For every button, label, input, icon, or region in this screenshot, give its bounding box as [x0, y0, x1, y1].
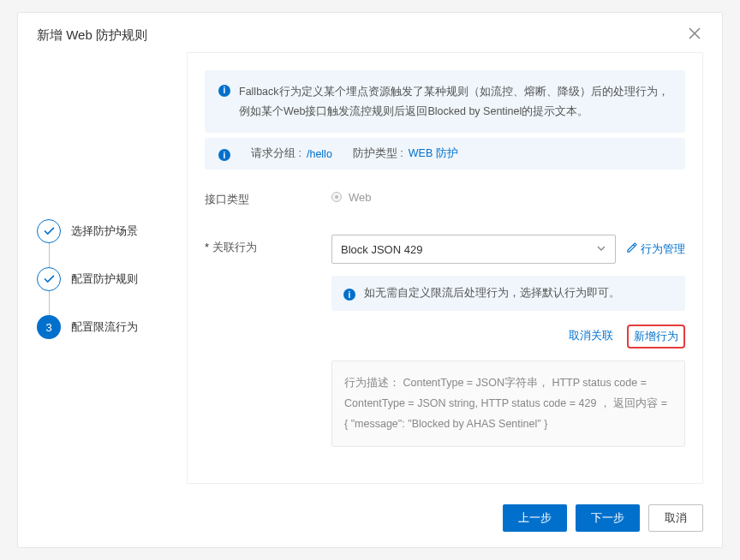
- tip-text: 如无需自定义限流后处理行为，选择默认行为即可。: [364, 286, 620, 301]
- pencil-icon: [626, 242, 637, 256]
- prev-button[interactable]: 上一步: [503, 504, 567, 532]
- steps-sidebar: 选择防护场景 配置防护规则 3 配置限流行为: [37, 52, 170, 484]
- step-label: 配置限流行为: [71, 319, 138, 335]
- close-icon: [689, 27, 701, 43]
- tip-box: i 如无需自定义限流后处理行为，选择默认行为即可。: [331, 276, 685, 311]
- next-button[interactable]: 下一步: [576, 504, 640, 532]
- step-3: 3 配置限流行为: [37, 315, 170, 339]
- content-panel: i Fallback行为定义某个埋点资源触发了某种规则（如流控、熔断、降级）后的…: [187, 52, 703, 484]
- step-1[interactable]: 选择防护场景: [37, 219, 170, 243]
- step-2[interactable]: 配置防护规则: [37, 267, 170, 291]
- behavior-selected-text: Block JSON 429: [341, 243, 422, 256]
- modal-dialog: 新增 Web 防护规则 选择防护场景 配置防护规则: [17, 12, 723, 548]
- chevron-down-icon: [596, 243, 606, 256]
- step-connector: [49, 291, 50, 315]
- behavior-label: 关联行为: [205, 235, 331, 447]
- type-value: WEB 防护: [409, 146, 458, 161]
- info-icon: i: [343, 289, 355, 301]
- add-behavior-button[interactable]: 新增行为: [627, 325, 685, 349]
- cancel-button[interactable]: 取消: [648, 504, 703, 532]
- behavior-value: Block JSON 429 行为管理: [331, 235, 685, 447]
- check-icon: [37, 219, 61, 243]
- meta-row: i 请求分组 : /hello 防护类型 : WEB 防护: [205, 138, 685, 170]
- info-icon: i: [218, 85, 230, 97]
- fallback-info-text: Fallback行为定义某个埋点资源触发了某种规则（如流控、熔断、降级）后的处理…: [239, 82, 671, 121]
- modal-title: 新增 Web 防护规则: [37, 27, 147, 44]
- behavior-row: 关联行为 Block JSON 429: [205, 235, 685, 447]
- step-connector: [49, 243, 50, 267]
- step-label: 选择防护场景: [71, 223, 138, 239]
- type-label: 防护类型 :: [353, 146, 403, 161]
- cancel-link-button[interactable]: 取消关联: [564, 325, 618, 349]
- step-label: 配置防护规则: [71, 271, 138, 287]
- group-label: 请求分组 :: [251, 146, 301, 161]
- check-icon: [37, 267, 61, 291]
- interface-type-value: Web: [331, 187, 685, 207]
- radio-icon: [331, 192, 342, 202]
- behavior-action-links: 取消关联 新增行为: [331, 325, 685, 349]
- close-button[interactable]: [686, 27, 703, 44]
- group-value: /hello: [307, 148, 332, 160]
- fallback-info-box: i Fallback行为定义某个埋点资源触发了某种规则（如流控、熔断、降级）后的…: [205, 70, 685, 133]
- info-icon: i: [218, 149, 230, 161]
- manage-link-text: 行为管理: [641, 241, 685, 257]
- behavior-select[interactable]: Block JSON 429: [331, 235, 616, 264]
- step-number: 3: [37, 315, 61, 339]
- manage-behavior-link[interactable]: 行为管理: [626, 241, 685, 257]
- behavior-description: 行为描述： ContentType = JSON字符串， HTTP status…: [331, 360, 685, 447]
- modal-footer: 上一步 下一步 取消: [18, 492, 722, 547]
- modal-header: 新增 Web 防护规则: [18, 13, 722, 52]
- interface-type-text: Web: [349, 191, 372, 204]
- modal-body: 选择防护场景 配置防护规则 3 配置限流行为 i Fallback行为定义某个埋…: [18, 52, 722, 492]
- interface-type-row: 接口类型 Web: [205, 187, 685, 207]
- interface-type-label: 接口类型: [205, 187, 331, 207]
